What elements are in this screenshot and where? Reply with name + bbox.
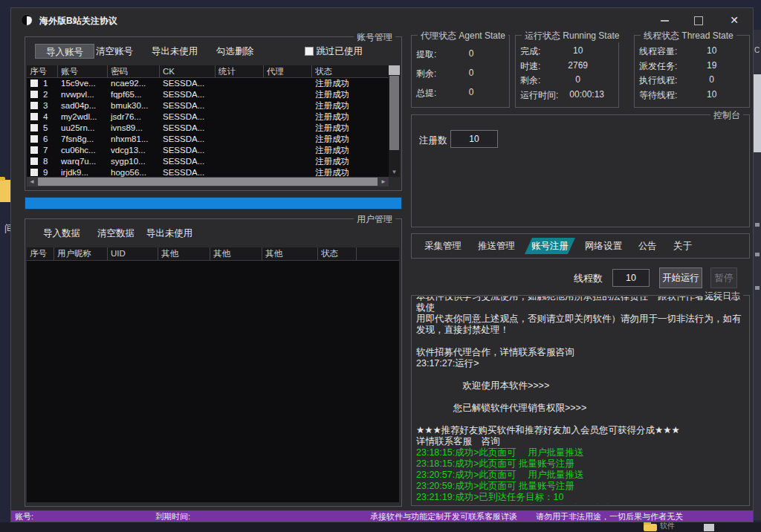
state-value: 19 [677, 60, 746, 73]
stat-cell [216, 100, 264, 111]
state-row: 总提:0 [416, 87, 506, 100]
column-header[interactable]: 序号 [27, 65, 58, 77]
column-header[interactable]: 用户昵称 [54, 247, 108, 260]
scroll-up-button[interactable] [389, 65, 400, 75]
row-checkbox[interactable] [30, 146, 38, 154]
scroll-left-icon[interactable]: ◄ [27, 177, 37, 186]
account-management-panel: 账号管理 导入账号清空账号导出未使用勾选删除 跳过已使用 序号账号密码CK统计代… [25, 36, 402, 191]
close-button[interactable]: ✕ [723, 14, 745, 27]
minimize-button[interactable] [653, 14, 676, 27]
column-header[interactable]: 账号 [58, 65, 108, 77]
start-run-button[interactable]: 开始运行 [659, 267, 702, 288]
password-cell: vdcg13... [108, 145, 160, 156]
import-data-button[interactable]: 导入数据 [32, 226, 91, 241]
table-row[interactable]: 9irjdk9...hogo56...SESSDA...注册成功 [27, 167, 389, 177]
table-row[interactable]: 5uu25rn...ivns89...SESSDA...注册成功 [27, 123, 389, 134]
table-row[interactable]: 7cu06hc...vdcg13...SESSDA...注册成功 [27, 145, 389, 156]
table-row[interactable]: 3sad04p...bmuk30...SESSDA...注册成功 [27, 100, 389, 111]
state-row: 时速:2769 [520, 60, 615, 73]
column-header[interactable]: 状态 [318, 247, 357, 260]
column-header[interactable]: CK [160, 65, 216, 77]
table-row[interactable]: 2nvwpvl...fqpf65...SESSDA...注册成功 [27, 89, 389, 100]
proxy-cell [264, 123, 312, 134]
row-checkbox[interactable] [30, 135, 38, 143]
stat-cell [216, 167, 264, 177]
import-accounts-button[interactable]: 导入账号 [35, 44, 94, 59]
row-checkbox[interactable] [30, 80, 38, 87]
table-row[interactable]: 115c9ve...ncae92...SESSDA...注册成功 [27, 78, 389, 89]
log-line: 欢迎使用本软件>>>> [416, 380, 746, 392]
column-header[interactable]: 其他 [210, 247, 262, 260]
export-unused-button[interactable]: 导出未使用 [136, 226, 203, 241]
skip-used-checkbox[interactable] [305, 47, 314, 56]
log-output[interactable]: 本软件仅供学习交流使用，如触犯他用所承担的法律责任 跟软件作者无关（下载使用即代… [416, 296, 746, 504]
tab-push-manage[interactable]: 推送管理 [471, 238, 522, 254]
clear-accounts-button[interactable]: 清空账号 [88, 44, 141, 59]
state-label: 剩余: [416, 68, 436, 80]
horizontal-scrollbar[interactable]: ◄ ► [27, 177, 389, 186]
column-header[interactable]: 代理 [264, 65, 312, 77]
state-row: 运行时间:00:00:13 [520, 89, 615, 102]
vertical-scrollbar[interactable]: ▼ [389, 65, 400, 177]
column-header[interactable]: 状态 [312, 65, 389, 77]
stat-cell [216, 78, 264, 89]
table-row[interactable]: 4my2wdl...jsdr76...SESSDA...注册成功 [27, 111, 389, 123]
export-unused-button[interactable]: 导出未使用 [141, 44, 208, 59]
scroll-down-icon[interactable]: ▼ [389, 167, 400, 177]
table-row[interactable]: 67fsn8g...nhxm81...SESSDA...注册成功 [27, 134, 389, 145]
row-checkbox[interactable] [30, 91, 38, 98]
account-cell: my2wdl... [58, 111, 108, 123]
row-index: 4 [43, 112, 48, 121]
column-header [357, 247, 399, 260]
table-row[interactable]: 8warq7u...sygp10...SESSDA...注册成功 [27, 156, 389, 167]
ck-cell: SESSDA... [160, 145, 216, 156]
skip-used-label: 跳过已使用 [316, 46, 363, 56]
tab-collect-manage[interactable]: 采集管理 [418, 238, 468, 254]
pause-button[interactable]: 暂停 [710, 267, 737, 288]
tab-announcement[interactable]: 公告 [632, 238, 664, 254]
taskbar-folder-icon[interactable] [644, 524, 657, 531]
scroll-thumb[interactable] [389, 76, 399, 150]
row-checkbox[interactable] [30, 158, 38, 165]
status-cell: 注册成功 [312, 145, 389, 156]
delete-checked-button[interactable]: 勾选删除 [208, 44, 262, 59]
row-checkbox[interactable] [30, 102, 38, 109]
row-checkbox[interactable] [30, 124, 38, 132]
tab-account-register[interactable]: 账号注册 [525, 238, 575, 254]
row-checkbox[interactable] [30, 113, 38, 120]
tab-network-settings[interactable]: 网络设置 [578, 238, 629, 254]
log-line: 软件招募代理合作，详情联系客服咨询 [416, 347, 746, 358]
column-header[interactable]: 其他 [262, 247, 318, 260]
state-row: 派发任务:19 [639, 60, 746, 73]
maximize-button[interactable] [687, 14, 710, 27]
column-header[interactable]: 统计 [216, 65, 264, 77]
state-label: 派发任务: [639, 60, 677, 73]
status-notice-custom-dev: 承接软件与功能定制开发可联系客服详谈 [370, 511, 517, 522]
skip-used-option[interactable]: 跳过已使用 [305, 45, 363, 58]
state-label: 线程容量: [639, 45, 677, 58]
scroll-right-icon[interactable]: ► [378, 177, 389, 186]
column-header[interactable]: 序号 [27, 247, 54, 260]
log-line [416, 336, 746, 347]
progress-fill [25, 198, 401, 209]
title-bar[interactable]: 海外版B站关注协议 ✕ [11, 8, 753, 32]
state-value: 10 [677, 45, 746, 58]
account-cell: warq7u... [58, 156, 108, 167]
tab-about[interactable]: 关于 [667, 238, 699, 254]
taskbar-folder-label: 软件 [660, 521, 675, 531]
password-cell: fqpf65... [108, 89, 160, 100]
password-cell: ivns89... [108, 123, 160, 134]
register-count-input[interactable] [450, 130, 498, 148]
scroll-thumb[interactable] [38, 178, 378, 186]
column-header[interactable]: 其他 [158, 247, 210, 260]
column-header[interactable]: 密码 [108, 65, 160, 77]
password-cell: sygp10... [108, 156, 160, 167]
row-index: 3 [43, 101, 48, 110]
log-line [416, 392, 746, 403]
column-header[interactable]: UID [108, 247, 158, 260]
thread-count-input[interactable] [612, 269, 650, 287]
row-checkbox[interactable] [30, 169, 38, 176]
state-row: 执行线程:0 [639, 74, 746, 87]
state-row: 剩余:0 [520, 74, 615, 87]
app-logo-icon [21, 14, 33, 26]
